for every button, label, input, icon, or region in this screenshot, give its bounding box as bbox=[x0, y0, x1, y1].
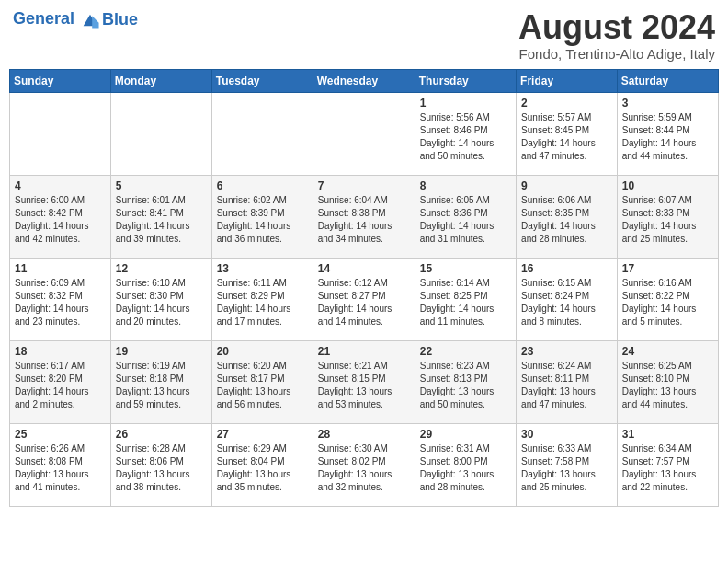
day-number: 12 bbox=[116, 262, 207, 275]
calendar-cell: 8Sunrise: 6:05 AMSunset: 8:36 PMDaylight… bbox=[415, 175, 516, 258]
day-number: 26 bbox=[116, 428, 207, 441]
day-detail: Sunrise: 6:17 AMSunset: 8:20 PMDaylight:… bbox=[15, 360, 106, 411]
calendar-week-row: 25Sunrise: 6:26 AMSunset: 8:08 PMDayligh… bbox=[10, 423, 719, 506]
calendar-cell: 31Sunrise: 6:34 AMSunset: 7:57 PMDayligh… bbox=[617, 423, 718, 506]
day-number: 23 bbox=[521, 345, 612, 358]
location-subtitle: Fondo, Trentino-Alto Adige, Italy bbox=[518, 46, 715, 62]
day-number: 4 bbox=[15, 179, 106, 192]
day-number: 20 bbox=[217, 345, 308, 358]
calendar-cell: 13Sunrise: 6:11 AMSunset: 8:29 PMDayligh… bbox=[211, 258, 313, 340]
day-number: 11 bbox=[15, 262, 106, 275]
day-detail: Sunrise: 6:34 AMSunset: 7:57 PMDaylight:… bbox=[622, 442, 713, 494]
calendar-cell: 17Sunrise: 6:16 AMSunset: 8:22 PMDayligh… bbox=[617, 258, 718, 340]
day-detail: Sunrise: 6:23 AMSunset: 8:13 PMDaylight:… bbox=[420, 360, 511, 411]
calendar-cell: 22Sunrise: 6:23 AMSunset: 8:13 PMDayligh… bbox=[415, 340, 516, 423]
day-detail: Sunrise: 6:21 AMSunset: 8:15 PMDaylight:… bbox=[318, 360, 410, 411]
calendar-cell: 25Sunrise: 6:26 AMSunset: 8:08 PMDayligh… bbox=[10, 423, 111, 506]
day-detail: Sunrise: 6:05 AMSunset: 8:36 PMDaylight:… bbox=[420, 194, 511, 246]
weekday-header: Saturday bbox=[617, 69, 718, 92]
calendar-table: SundayMondayTuesdayWednesdayThursdayFrid… bbox=[9, 69, 719, 507]
day-number: 21 bbox=[318, 345, 410, 358]
day-number: 14 bbox=[318, 262, 410, 275]
day-detail: Sunrise: 6:19 AMSunset: 8:18 PMDaylight:… bbox=[116, 360, 207, 411]
day-detail: Sunrise: 6:16 AMSunset: 8:22 PMDaylight:… bbox=[622, 277, 713, 328]
calendar-cell: 1Sunrise: 5:56 AMSunset: 8:46 PMDaylight… bbox=[415, 92, 516, 175]
calendar-cell bbox=[10, 92, 111, 175]
day-number: 19 bbox=[116, 345, 207, 358]
calendar-week-row: 11Sunrise: 6:09 AMSunset: 8:32 PMDayligh… bbox=[10, 258, 719, 340]
day-number: 31 bbox=[622, 428, 713, 441]
day-detail: Sunrise: 6:20 AMSunset: 8:17 PMDaylight:… bbox=[217, 360, 308, 411]
day-number: 25 bbox=[15, 428, 106, 441]
calendar-cell: 26Sunrise: 6:28 AMSunset: 8:06 PMDayligh… bbox=[110, 423, 211, 506]
day-detail: Sunrise: 6:07 AMSunset: 8:33 PMDaylight:… bbox=[622, 194, 713, 246]
day-detail: Sunrise: 6:30 AMSunset: 8:02 PMDaylight:… bbox=[318, 442, 410, 494]
logo-general: General bbox=[13, 9, 74, 28]
day-number: 15 bbox=[420, 262, 511, 275]
weekday-header: Monday bbox=[110, 69, 211, 92]
weekday-header: Thursday bbox=[415, 69, 516, 92]
day-number: 29 bbox=[420, 428, 511, 441]
day-number: 6 bbox=[217, 179, 308, 192]
day-detail: Sunrise: 6:29 AMSunset: 8:04 PMDaylight:… bbox=[217, 442, 308, 494]
weekday-header: Tuesday bbox=[211, 69, 313, 92]
day-detail: Sunrise: 5:57 AMSunset: 8:45 PMDaylight:… bbox=[521, 111, 612, 163]
calendar-cell: 30Sunrise: 6:33 AMSunset: 7:58 PMDayligh… bbox=[517, 423, 618, 506]
day-number: 28 bbox=[318, 428, 410, 441]
day-detail: Sunrise: 6:24 AMSunset: 8:11 PMDaylight:… bbox=[521, 360, 612, 411]
day-number: 24 bbox=[622, 345, 713, 358]
title-block: August 2024 Fondo, Trentino-Alto Adige, … bbox=[518, 9, 715, 62]
logo-blue: Blue bbox=[102, 10, 138, 29]
day-detail: Sunrise: 6:06 AMSunset: 8:35 PMDaylight:… bbox=[521, 194, 612, 246]
day-number: 18 bbox=[15, 345, 106, 358]
calendar-cell: 4Sunrise: 6:00 AMSunset: 8:42 PMDaylight… bbox=[10, 175, 111, 258]
calendar-cell: 27Sunrise: 6:29 AMSunset: 8:04 PMDayligh… bbox=[211, 423, 313, 506]
day-detail: Sunrise: 6:09 AMSunset: 8:32 PMDaylight:… bbox=[15, 277, 106, 328]
day-number: 7 bbox=[318, 179, 410, 192]
calendar-cell: 28Sunrise: 6:30 AMSunset: 8:02 PMDayligh… bbox=[313, 423, 415, 506]
calendar-cell: 12Sunrise: 6:10 AMSunset: 8:30 PMDayligh… bbox=[110, 258, 211, 340]
day-detail: Sunrise: 6:12 AMSunset: 8:27 PMDaylight:… bbox=[318, 277, 410, 328]
calendar-cell: 19Sunrise: 6:19 AMSunset: 8:18 PMDayligh… bbox=[110, 340, 211, 423]
calendar-cell: 10Sunrise: 6:07 AMSunset: 8:33 PMDayligh… bbox=[617, 175, 718, 258]
calendar-cell: 24Sunrise: 6:25 AMSunset: 8:10 PMDayligh… bbox=[617, 340, 718, 423]
day-detail: Sunrise: 6:14 AMSunset: 8:25 PMDaylight:… bbox=[420, 277, 511, 328]
calendar-cell bbox=[110, 92, 211, 175]
calendar-cell: 21Sunrise: 6:21 AMSunset: 8:15 PMDayligh… bbox=[313, 340, 415, 423]
logo-icon bbox=[80, 9, 100, 29]
day-detail: Sunrise: 6:01 AMSunset: 8:41 PMDaylight:… bbox=[116, 194, 207, 246]
calendar-cell bbox=[313, 92, 415, 175]
page-header: General Blue August 2024 Fondo, Trentino… bbox=[9, 9, 719, 62]
day-number: 27 bbox=[217, 428, 308, 441]
day-detail: Sunrise: 6:04 AMSunset: 8:38 PMDaylight:… bbox=[318, 194, 410, 246]
day-number: 2 bbox=[521, 97, 612, 109]
day-number: 30 bbox=[521, 428, 612, 441]
day-detail: Sunrise: 6:02 AMSunset: 8:39 PMDaylight:… bbox=[217, 194, 308, 246]
day-number: 5 bbox=[116, 179, 207, 192]
calendar-cell: 20Sunrise: 6:20 AMSunset: 8:17 PMDayligh… bbox=[211, 340, 313, 423]
day-number: 3 bbox=[622, 97, 713, 109]
day-detail: Sunrise: 5:56 AMSunset: 8:46 PMDaylight:… bbox=[420, 111, 511, 163]
day-number: 1 bbox=[420, 97, 511, 109]
day-detail: Sunrise: 6:00 AMSunset: 8:42 PMDaylight:… bbox=[15, 194, 106, 246]
logo: General Blue bbox=[13, 9, 138, 29]
day-number: 22 bbox=[420, 345, 511, 358]
day-number: 13 bbox=[217, 262, 308, 275]
weekday-header: Sunday bbox=[10, 69, 111, 92]
weekday-header: Wednesday bbox=[313, 69, 415, 92]
day-number: 17 bbox=[622, 262, 713, 275]
month-year-title: August 2024 bbox=[518, 9, 715, 46]
day-detail: Sunrise: 6:10 AMSunset: 8:30 PMDaylight:… bbox=[116, 277, 207, 328]
calendar-week-row: 1Sunrise: 5:56 AMSunset: 8:46 PMDaylight… bbox=[10, 92, 719, 175]
weekday-header: Friday bbox=[517, 69, 618, 92]
day-detail: Sunrise: 6:28 AMSunset: 8:06 PMDaylight:… bbox=[116, 442, 207, 494]
calendar-cell: 29Sunrise: 6:31 AMSunset: 8:00 PMDayligh… bbox=[415, 423, 516, 506]
calendar-cell: 11Sunrise: 6:09 AMSunset: 8:32 PMDayligh… bbox=[10, 258, 111, 340]
calendar-cell: 15Sunrise: 6:14 AMSunset: 8:25 PMDayligh… bbox=[415, 258, 516, 340]
calendar-cell bbox=[211, 92, 313, 175]
day-detail: Sunrise: 6:11 AMSunset: 8:29 PMDaylight:… bbox=[217, 277, 308, 328]
calendar-cell: 14Sunrise: 6:12 AMSunset: 8:27 PMDayligh… bbox=[313, 258, 415, 340]
day-number: 8 bbox=[420, 179, 511, 192]
day-detail: Sunrise: 6:15 AMSunset: 8:24 PMDaylight:… bbox=[521, 277, 612, 328]
day-detail: Sunrise: 6:26 AMSunset: 8:08 PMDaylight:… bbox=[15, 442, 106, 494]
